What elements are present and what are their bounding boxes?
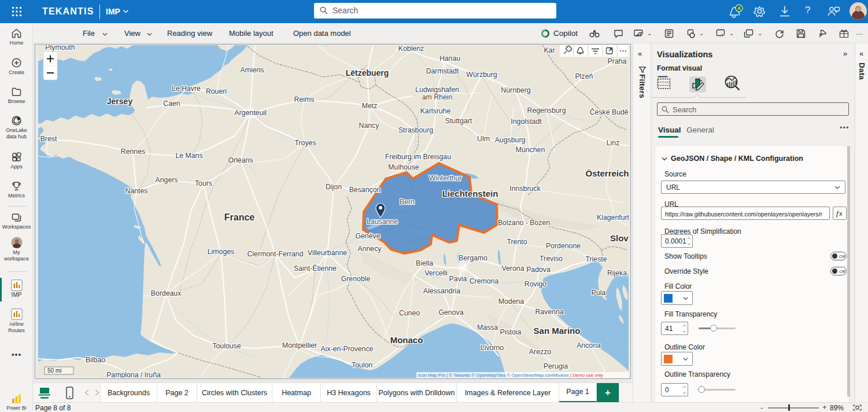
svg-text:4: 4 bbox=[737, 5, 741, 11]
